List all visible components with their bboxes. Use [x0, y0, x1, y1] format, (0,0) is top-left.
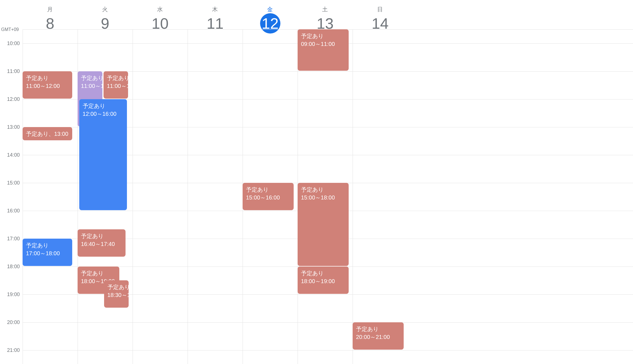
time-label: 16:00 — [7, 208, 20, 214]
day-of-week-label: 月 — [23, 6, 78, 13]
time-label: 21:00 — [7, 347, 20, 353]
calendar-header: GMT+09 月8火9水10木11金12土13日14 — [0, 0, 633, 29]
calendar-event[interactable]: 予定あり11:00～12:00 — [104, 71, 128, 99]
event-title: 予定あり — [356, 325, 400, 333]
event-time: 15:00～16:00 — [246, 194, 290, 201]
calendar-event[interactable]: 予定あり18:00～19:00 — [298, 267, 349, 294]
calendar-event[interactable]: 予定あり16:40～17:40 — [78, 229, 126, 257]
time-label: 17:00 — [7, 236, 20, 241]
event-title: 予定あり — [301, 269, 345, 277]
time-label: 10:00 — [7, 40, 20, 46]
timezone-gutter: GMT+09 — [0, 0, 23, 29]
day-header[interactable]: 水10 — [133, 0, 188, 29]
calendar-event[interactable]: 予定あり15:00～16:00 — [243, 183, 294, 210]
event-title: 予定あり — [26, 241, 69, 249]
time-label: 19:00 — [7, 291, 20, 297]
calendar-event[interactable]: 予定あり17:00～18:00 — [23, 239, 72, 266]
event-time: 11:00～12:00 — [26, 82, 69, 90]
day-column[interactable]: 予定あり11:00～12:00予定あり、13:00予定あり17:00～18:00 — [23, 29, 78, 364]
day-of-week-label: 金 — [243, 6, 298, 13]
day-of-week-label: 木 — [188, 6, 243, 13]
event-title: 予定あり — [246, 186, 290, 194]
day-column[interactable]: 予定あり11:00～13:00予定あり11:00～12:00予定あり12:00～… — [78, 29, 133, 364]
event-time: 12:00～16:00 — [83, 110, 124, 118]
day-of-week-label: 土 — [298, 6, 353, 13]
day-header[interactable]: 火9 — [78, 0, 133, 29]
calendar-event[interactable]: 予定あり11:00～12:00 — [23, 71, 72, 99]
event-time: 11:00～12:00 — [107, 82, 125, 90]
time-label: 15:00 — [7, 180, 20, 186]
time-label: 12:00 — [7, 96, 20, 102]
event-title: 予定あり — [81, 269, 116, 277]
day-header[interactable]: 金12 — [243, 0, 298, 29]
calendar-week-view: GMT+09 月8火9水10木11金12土13日14 10:0011:0012:… — [0, 0, 633, 364]
event-time: 15:00～18:00 — [301, 194, 345, 201]
event-time: 16:40～17:40 — [81, 240, 122, 248]
calendar-event[interactable]: 予定あり20:00～21:00 — [353, 322, 404, 350]
calendar-event[interactable]: 予定あり15:00～18:00 — [298, 183, 349, 266]
day-columns: 予定あり11:00～12:00予定あり、13:00予定あり17:00～18:00… — [23, 29, 633, 364]
event-time: 18:30～19:30 — [107, 291, 126, 299]
day-header[interactable]: 木11 — [188, 0, 243, 29]
day-header[interactable]: 月8 — [23, 0, 78, 29]
event-time: 20:00～21:00 — [356, 333, 400, 341]
event-title: 予定あり — [81, 232, 122, 240]
day-of-week-label: 水 — [133, 6, 188, 13]
calendar-grid[interactable]: 10:0011:0012:0013:0014:0015:0016:0017:00… — [0, 29, 633, 364]
calendar-event[interactable]: 予定あり09:00～11:00 — [298, 29, 349, 71]
day-of-week-label: 日 — [353, 6, 408, 13]
day-column[interactable]: 予定あり20:00～21:00 — [353, 29, 408, 364]
time-label: 18:00 — [7, 263, 20, 269]
day-column[interactable] — [133, 29, 188, 364]
calendar-event[interactable]: 予定あり18:30～19:30 — [104, 280, 129, 308]
event-title: 予定あり — [107, 283, 126, 291]
day-column[interactable]: 予定あり09:00～11:00予定あり15:00～18:00予定あり18:00～… — [298, 29, 353, 364]
event-title: 予定あり — [81, 74, 99, 82]
calendar-event[interactable]: 予定あり、13:00 — [23, 127, 72, 141]
day-column[interactable] — [188, 29, 243, 364]
event-title: 予定あり — [301, 32, 345, 40]
event-time: 18:00～19:00 — [301, 277, 345, 285]
event-title: 予定あり — [83, 102, 124, 110]
day-header[interactable]: 日14 — [353, 0, 408, 29]
calendar-event[interactable]: 予定あり12:00～16:00 — [79, 99, 127, 210]
event-title: 予定あり — [107, 74, 125, 82]
time-label: 13:00 — [7, 124, 20, 130]
time-label: 14:00 — [7, 152, 20, 158]
time-label: 20:00 — [7, 319, 20, 325]
event-title: 予定あり — [301, 186, 345, 194]
day-of-week-label: 火 — [78, 6, 133, 13]
day-header[interactable]: 土13 — [298, 0, 353, 29]
event-time: 11:00～13:00 — [81, 82, 99, 90]
event-time: 09:00～11:00 — [301, 40, 345, 48]
time-gutter: 10:0011:0012:0013:0014:0015:0016:0017:00… — [0, 29, 23, 364]
time-label: 11:00 — [7, 68, 20, 74]
day-column[interactable]: 予定あり15:00～16:00 — [243, 29, 298, 364]
event-title: 予定あり — [26, 74, 69, 82]
event-title: 予定あり、13:00 — [26, 130, 69, 138]
event-time: 17:00～18:00 — [26, 249, 69, 257]
